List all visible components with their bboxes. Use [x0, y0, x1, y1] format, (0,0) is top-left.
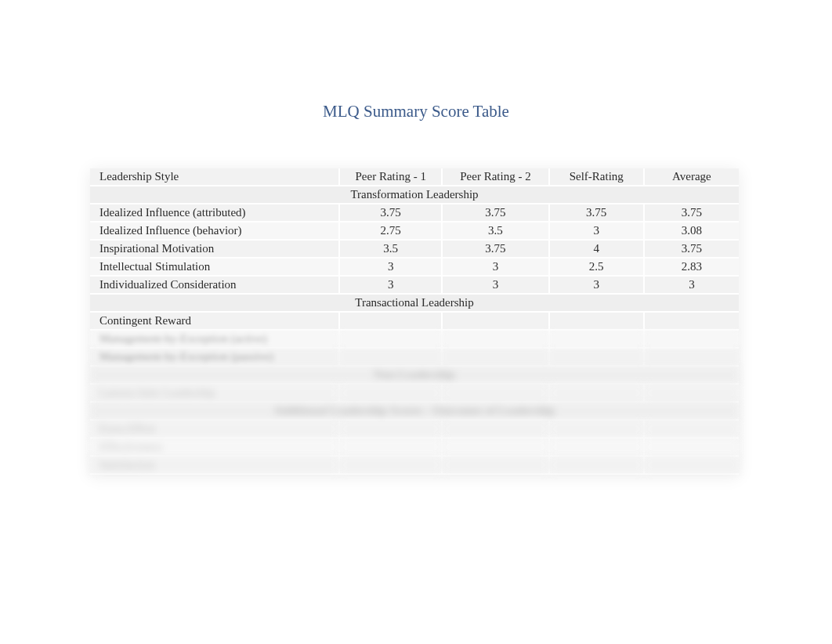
cell-value	[644, 456, 739, 474]
cell-label: Management-by-Exception (active)	[90, 330, 339, 348]
cell-label: Satisfaction	[90, 456, 339, 474]
cell-label: Inspirational Motivation	[90, 240, 339, 258]
cell-value	[442, 456, 548, 474]
cell-value	[442, 348, 548, 366]
table-row: Intellectual Stimulation 3 3 2.5 2.83	[90, 258, 739, 276]
cell-value	[339, 438, 442, 456]
cell-value	[644, 384, 739, 402]
header-average: Average	[644, 168, 739, 186]
cell-value: 3.75	[339, 204, 442, 222]
table-row: Idealized Influence (behavior) 2.75 3.5 …	[90, 222, 739, 240]
cell-label: Laissez-faire Leadership	[90, 384, 339, 402]
cell-value	[549, 384, 644, 402]
cell-value: 3	[549, 222, 644, 240]
cell-label: Effectiveness	[90, 438, 339, 456]
cell-value	[644, 420, 739, 438]
cell-value	[549, 420, 644, 438]
cell-value	[644, 330, 739, 348]
cell-label: Extra Effort	[90, 420, 339, 438]
header-peer2: Peer Rating - 2	[442, 168, 548, 186]
table-row: Contingent Reward	[90, 312, 739, 330]
table-row: Individualized Consideration 3 3 3 3	[90, 276, 739, 294]
cell-value: 3.75	[442, 204, 548, 222]
table-row: Extra Effort	[90, 420, 739, 438]
section-non-leadership: Non-Leadership	[90, 366, 739, 384]
table-row: Idealized Influence (attributed) 3.75 3.…	[90, 204, 739, 222]
cell-value: 3.5	[339, 240, 442, 258]
cell-value	[339, 384, 442, 402]
cell-value: 3	[339, 258, 442, 276]
cell-value	[339, 312, 442, 330]
page-title: MLQ Summary Score Table	[0, 102, 832, 121]
cell-value: 4	[549, 240, 644, 258]
cell-value	[442, 384, 548, 402]
cell-label: Management-by-Exception (passive)	[90, 348, 339, 366]
header-self: Self-Rating	[549, 168, 644, 186]
cell-value: 3	[339, 276, 442, 294]
table-row: Effectiveness	[90, 438, 739, 456]
header-peer1: Peer Rating - 1	[339, 168, 442, 186]
cell-value: 2.83	[644, 258, 739, 276]
cell-value: 3	[549, 276, 644, 294]
table-row: Satisfaction	[90, 456, 739, 474]
table-header-row: Leadership Style Peer Rating - 1 Peer Ra…	[90, 168, 739, 186]
cell-label: Contingent Reward	[90, 312, 339, 330]
header-leadership-style: Leadership Style	[90, 168, 339, 186]
score-table: Leadership Style Peer Rating - 1 Peer Ra…	[90, 168, 739, 475]
section-label: Transformation Leadership	[90, 186, 739, 204]
section-label: Transactional Leadership	[90, 294, 739, 312]
cell-value	[549, 438, 644, 456]
cell-label: Idealized Influence (attributed)	[90, 204, 339, 222]
cell-value: 3.75	[644, 240, 739, 258]
section-label: Non-Leadership	[90, 366, 739, 384]
cell-value	[549, 456, 644, 474]
section-additional: Additional Leadership Scores - Outcomes …	[90, 402, 739, 420]
cell-value: 2.75	[339, 222, 442, 240]
cell-value: 3.75	[644, 204, 739, 222]
cell-value: 3	[442, 276, 548, 294]
section-transformation: Transformation Leadership	[90, 186, 739, 204]
cell-label: Idealized Influence (behavior)	[90, 222, 339, 240]
cell-value	[549, 348, 644, 366]
table-row: Management-by-Exception (passive)	[90, 348, 739, 366]
section-transactional: Transactional Leadership	[90, 294, 739, 312]
cell-label: Intellectual Stimulation	[90, 258, 339, 276]
table-row: Inspirational Motivation 3.5 3.75 4 3.75	[90, 240, 739, 258]
cell-value: 3.5	[442, 222, 548, 240]
table-row: Management-by-Exception (active)	[90, 330, 739, 348]
cell-value	[549, 330, 644, 348]
cell-value	[442, 330, 548, 348]
section-label: Additional Leadership Scores - Outcomes …	[90, 402, 739, 420]
cell-value	[339, 456, 442, 474]
cell-value	[339, 330, 442, 348]
cell-value: 3.75	[549, 204, 644, 222]
cell-value: 3.75	[442, 240, 548, 258]
cell-value: 3	[644, 276, 739, 294]
score-table-container: Leadership Style Peer Rating - 1 Peer Ra…	[90, 168, 739, 475]
cell-value: 3	[442, 258, 548, 276]
cell-value	[339, 420, 442, 438]
table-row: Laissez-faire Leadership	[90, 384, 739, 402]
cell-value: 2.5	[549, 258, 644, 276]
cell-value	[644, 348, 739, 366]
cell-value	[549, 312, 644, 330]
cell-value	[339, 348, 442, 366]
cell-value	[442, 312, 548, 330]
cell-value	[442, 438, 548, 456]
cell-value: 3.08	[644, 222, 739, 240]
cell-value	[442, 420, 548, 438]
cell-value	[644, 438, 739, 456]
cell-label: Individualized Consideration	[90, 276, 339, 294]
cell-value	[644, 312, 739, 330]
